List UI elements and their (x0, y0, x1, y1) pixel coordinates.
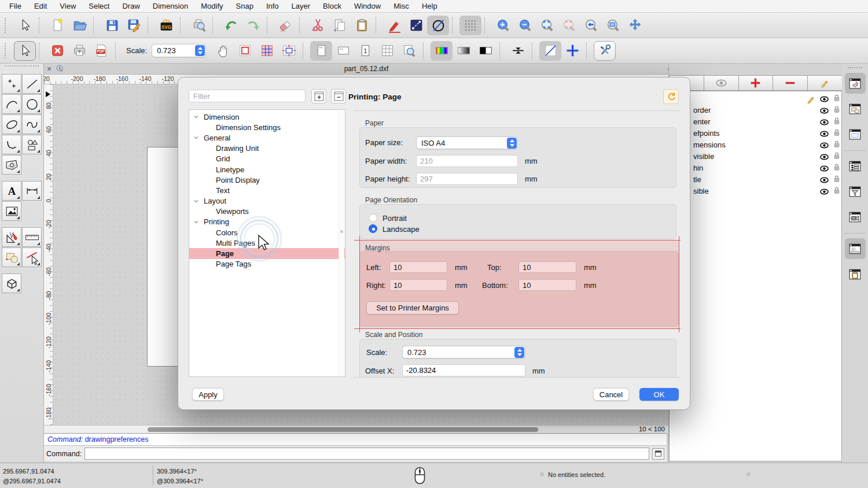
chevron-down-icon[interactable] (193, 219, 199, 225)
layer-row[interactable]: tle (670, 174, 841, 186)
tree-item-point-display[interactable]: Point Display (189, 175, 345, 185)
paste-button[interactable] (351, 16, 373, 35)
tree-item-dimension[interactable]: Dimension (189, 112, 345, 122)
menu-dimension[interactable]: Dimension (153, 2, 188, 10)
scale-combobox[interactable]: 0.723 (152, 44, 206, 57)
filter-panel-button[interactable] (845, 181, 866, 202)
zoom-in-button[interactable] (492, 16, 514, 35)
pointer-button[interactable] (14, 16, 36, 35)
eye-icon[interactable] (819, 94, 829, 106)
block-list-panel-button[interactable] (845, 98, 866, 119)
line-tool-button[interactable] (22, 74, 42, 94)
layer-row[interactable]: efpoints (670, 128, 841, 139)
color-mode-button[interactable] (431, 41, 453, 61)
stepper-icon[interactable] (507, 138, 517, 149)
tree-item-dimension-settings[interactable]: Dimension Settings (189, 122, 345, 132)
layer-row[interactable]: enter (670, 116, 841, 128)
close-tab-icon[interactable]: × (47, 64, 52, 73)
expand-all-button[interactable] (311, 89, 326, 103)
ok-button[interactable]: OK (639, 388, 679, 401)
tree-item-drawing-unit[interactable]: Drawing Unit (189, 143, 345, 154)
menu-info[interactable]: Info (266, 2, 279, 10)
layer-row[interactable]: sible (670, 186, 841, 197)
lock-icon[interactable] (833, 175, 841, 185)
close-drawing-button[interactable] (46, 41, 68, 61)
new-file-button[interactable] (46, 16, 68, 35)
eye-icon[interactable] (819, 175, 829, 187)
crosshair-button[interactable] (561, 41, 583, 61)
circle-slash-button[interactable] (427, 16, 449, 35)
portrait-radio[interactable] (369, 213, 377, 222)
tree-item-text[interactable]: Text (189, 185, 345, 195)
bw-mode-button[interactable] (475, 41, 496, 61)
copy-button[interactable] (329, 16, 351, 35)
eye-icon[interactable] (819, 141, 829, 152)
blocks-tool-button[interactable] (2, 247, 21, 267)
settings-tools-button[interactable] (594, 41, 616, 61)
command-options-button[interactable] (652, 448, 664, 460)
tree-item-linetype[interactable]: Linetype (189, 164, 345, 175)
stepper-icon[interactable] (514, 347, 524, 358)
chevron-down-icon[interactable] (193, 114, 199, 120)
clipboard-panel-button[interactable] (845, 264, 866, 284)
open-folder-button[interactable] (68, 16, 90, 35)
pencil-layer-button[interactable] (807, 75, 843, 91)
spline-tool-button[interactable] (22, 114, 42, 134)
auto-zoom-button[interactable] (536, 16, 558, 35)
eye-icon[interactable] (819, 129, 829, 141)
dimension-tool-button[interactable] (22, 181, 42, 201)
toolbar-drag-handle[interactable] (5, 18, 9, 33)
tree-item-layout[interactable]: Layout (189, 196, 345, 206)
svg-export-button[interactable]: SVG (155, 16, 177, 35)
apply-button[interactable]: Apply (192, 388, 224, 401)
menu-block[interactable]: Block (323, 2, 341, 10)
menu-file[interactable]: File (9, 2, 21, 10)
zoom-page-button[interactable] (398, 41, 420, 61)
lock-icon[interactable] (833, 105, 841, 116)
layer-list-panel-button[interactable] (845, 73, 866, 94)
eraser-button[interactable] (274, 16, 296, 35)
grid-dots-button[interactable] (459, 16, 481, 35)
document-tab-title[interactable]: part_05.12.dxf (320, 65, 413, 73)
dock-drag-handle[interactable] (848, 67, 862, 68)
set-printer-margins-button[interactable]: Set to Printer Margins (366, 301, 459, 315)
ellipse-tool-button[interactable] (2, 114, 21, 134)
modify-tool-button[interactable] (22, 247, 42, 267)
collapse-all-button[interactable] (331, 89, 346, 103)
paper-height-input[interactable]: 297 (416, 173, 518, 185)
box3d-tool-button[interactable] (2, 273, 21, 293)
menu-window[interactable]: Window (354, 2, 381, 10)
layer-row[interactable]: hin (670, 162, 841, 174)
margin-bottom-input[interactable]: 10 (518, 279, 576, 291)
eye-icon[interactable] (819, 187, 829, 198)
lock-icon[interactable] (833, 117, 841, 127)
polyline-tool-button[interactable] (405, 16, 427, 35)
chevron-down-icon[interactable] (193, 135, 199, 141)
tree-item-colors[interactable]: Colors (189, 227, 345, 238)
paper-size-combobox[interactable]: ISO A4 (416, 136, 518, 149)
viewport-panel-button[interactable] (845, 124, 866, 145)
eye-icon[interactable] (819, 152, 829, 164)
landscape-page-button[interactable] (332, 41, 354, 61)
save-button[interactable] (101, 16, 123, 35)
tree-item-printing[interactable]: Printing (189, 217, 345, 227)
portrait-page-button[interactable] (310, 41, 332, 61)
zoom-out-button[interactable] (514, 16, 536, 35)
lock-icon[interactable] (833, 94, 841, 104)
diagonal-page-button[interactable] (539, 41, 561, 61)
landscape-radio[interactable] (369, 224, 377, 233)
margin-right-input[interactable]: 10 (389, 279, 447, 291)
plus-red-layer-button[interactable] (738, 75, 774, 91)
tree-item-general[interactable]: General (189, 132, 345, 143)
revert-button[interactable] (663, 89, 679, 104)
lock-icon[interactable] (833, 163, 841, 173)
shapes-tool-button[interactable] (22, 135, 42, 154)
pdf-export-button[interactable]: PDF (90, 41, 112, 61)
layer-row[interactable]: visible (670, 151, 841, 162)
lock-icon[interactable] (833, 140, 841, 150)
eye-icon[interactable] (819, 164, 829, 175)
print-scale-combobox[interactable]: 0.723 (402, 346, 525, 358)
print-button[interactable] (68, 41, 90, 61)
margin-top-input[interactable]: 10 (518, 261, 576, 273)
draw-pencil-button[interactable] (383, 16, 405, 35)
